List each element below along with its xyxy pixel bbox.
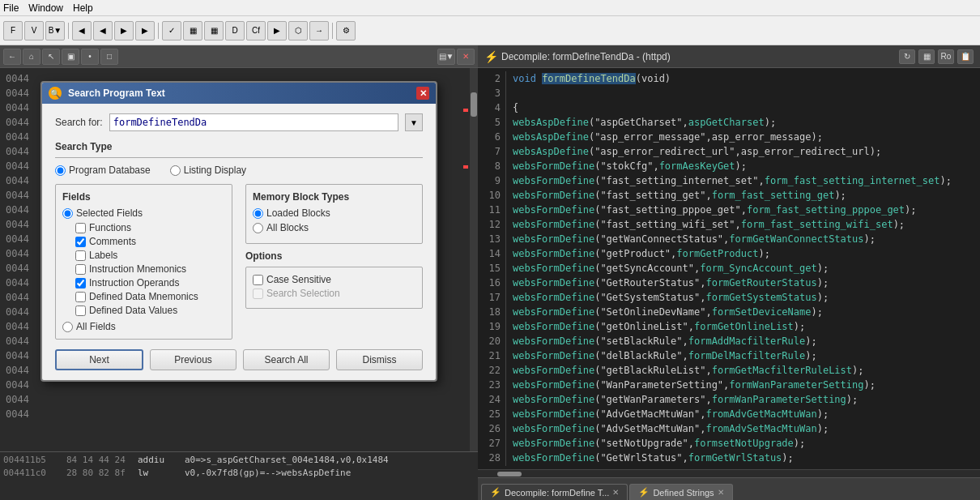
left-square-btn[interactable]: □: [100, 49, 118, 65]
toolbar-arr-btn[interactable]: →: [309, 21, 329, 41]
asm-area: 004411b5 84 14 44 24 addiu a0=>s_aspGetC…: [0, 451, 478, 500]
next-button[interactable]: Next: [55, 349, 143, 370]
cb-instr-operands-input[interactable]: [75, 278, 86, 288]
cb-case-sensitive-label: Case Sensitive: [266, 274, 331, 285]
asm-operands-2: v0,-0x7fd8(gp)=-->websAspDefine: [185, 467, 351, 480]
radio-loaded-input[interactable]: [253, 208, 263, 219]
cb-comments-label: Comments: [89, 236, 136, 247]
toolbar-sep-3: [332, 23, 333, 39]
right-topbar: ⚡ Decompile: formDefineTendDa - (httpd) …: [478, 45, 980, 68]
toolbar-cf-btn[interactable]: Cf: [246, 21, 266, 41]
left-cursor-btn[interactable]: ↖: [42, 49, 60, 65]
radio-program-db-label: Program Database: [69, 165, 151, 176]
memory-title: Memory Block Types: [253, 191, 415, 203]
cb-comments-input[interactable]: [75, 237, 86, 247]
left-scroll-thumb[interactable]: [471, 92, 477, 117]
dialog-body: Search for: ▼ Search Type Program Databa…: [42, 104, 436, 380]
cb-data-mnemonics-row: Defined Data Mnemonics: [75, 291, 225, 302]
radio-all-blocks-label: All Blocks: [266, 222, 309, 233]
asm-bytes-1: 84 14 44 24: [66, 454, 131, 467]
left-home-btn[interactable]: ⌂: [23, 49, 40, 65]
left-dot-btn[interactable]: •: [81, 49, 99, 65]
radio-program-db[interactable]: Program Database: [55, 165, 151, 176]
cb-comments-row: Comments: [75, 236, 225, 247]
dialog-title: Search Program Text: [68, 88, 416, 99]
dismiss-button[interactable]: Dismiss: [336, 349, 423, 370]
search-dropdown-btn[interactable]: ▼: [405, 113, 423, 131]
memory-section: Memory Block Types Loaded Blocks All Blo…: [245, 184, 423, 244]
right-label-btn[interactable]: Ro: [938, 49, 954, 64]
toolbar-v-btn[interactable]: V: [24, 21, 44, 41]
previous-button[interactable]: Previous: [150, 349, 236, 370]
search-all-button[interactable]: Search All: [243, 349, 330, 370]
cb-instr-mnemonics-label: Instruction Mnemonics: [89, 263, 186, 275]
radio-listing-input[interactable]: [170, 165, 181, 176]
search-input[interactable]: [109, 113, 398, 131]
toolbar-more-btn[interactable]: ⚙: [336, 21, 356, 41]
search-for-row: Search for: ▼: [55, 113, 423, 131]
search-type-radios: Program Database Listing Display: [55, 165, 423, 176]
search-for-label: Search for:: [55, 117, 103, 128]
right-refresh-btn[interactable]: ↻: [899, 49, 915, 64]
radio-all-fields-input[interactable]: [62, 322, 73, 332]
dialog-close-btn[interactable]: ✕: [416, 87, 429, 100]
options-box: Case Sensitive Search Selection: [245, 267, 423, 309]
radio-all-blocks-input[interactable]: [253, 223, 263, 233]
toolbar-fwd-btn[interactable]: ▶: [114, 21, 134, 41]
left-close-btn[interactable]: ✕: [457, 49, 475, 65]
search-dialog: 🔍 Search Program Text ✕ Search for: ▼ Se…: [40, 81, 437, 382]
radio-selected-fields-input[interactable]: [62, 208, 73, 219]
asm-bytes-2: 28 80 82 8f: [66, 467, 131, 480]
radio-program-db-input[interactable]: [55, 165, 66, 176]
cb-labels-input[interactable]: [75, 250, 86, 261]
toolbar-hex-btn[interactable]: ⬡: [288, 21, 308, 41]
options-section: Options Case Sensitive Search Selection: [245, 250, 423, 309]
left-select-btn[interactable]: ▣: [62, 49, 79, 65]
cb-functions-input[interactable]: [75, 223, 86, 233]
cb-data-values-row: Defined Data Values: [75, 305, 225, 316]
toolbar-back2-btn[interactable]: ◀: [93, 21, 113, 41]
left-view-btn[interactable]: ▤▼: [437, 49, 455, 65]
toolbar-d-btn[interactable]: D: [225, 21, 245, 41]
menu-help[interactable]: Help: [73, 2, 93, 14]
cb-instr-mnemonics-input[interactable]: [75, 264, 86, 275]
cb-instr-mnemonics-row: Instruction Mnemonics: [75, 263, 225, 275]
right-column: Memory Block Types Loaded Blocks All Blo…: [245, 184, 423, 340]
toolbar-play-btn[interactable]: ▶: [267, 21, 287, 41]
toolbar-check-btn[interactable]: ✓: [162, 21, 181, 41]
toolbar-f-btn[interactable]: F: [3, 21, 23, 41]
menu-file[interactable]: File: [3, 2, 19, 14]
left-scrollbar[interactable]: [470, 68, 478, 451]
asm-mnem-2: lw: [138, 467, 178, 480]
horiz-scroll-thumb[interactable]: [497, 472, 522, 476]
asm-mnem-1: addiu: [138, 454, 178, 467]
right-line-numbers: 2 3 4 5 6 7 8 9 10 11 12 13 14 15 16 17 …: [478, 71, 506, 466]
tab-strings[interactable]: ⚡ Defined Strings ✕: [629, 484, 732, 500]
toolbar-sep-1: [68, 23, 69, 39]
menu-window[interactable]: Window: [28, 2, 63, 14]
toolbar: F V B▼ ◀ ◀ ▶ ▶ ✓ ▦ ▦ D Cf ▶ ⬡ → ⚙: [0, 16, 980, 45]
toolbar-fwd2-btn[interactable]: ▶: [135, 21, 155, 41]
cb-functions-label: Functions: [89, 222, 131, 233]
right-copy-btn[interactable]: 📋: [957, 49, 974, 64]
radio-all-fields-label: All Fields: [76, 321, 116, 332]
radio-all-fields-row: All Fields: [62, 321, 225, 332]
toolbar-b-btn[interactable]: B▼: [45, 21, 65, 41]
cb-data-values-input[interactable]: [75, 306, 86, 316]
cb-case-sensitive-input[interactable]: [253, 275, 263, 285]
right-grid-btn[interactable]: ▦: [918, 49, 935, 64]
right-panel: ⚡ Decompile: formDefineTendDa - (httpd) …: [478, 45, 980, 500]
toolbar-back-btn[interactable]: ◀: [72, 21, 92, 41]
fields-section: Fields Selected Fields Functions Comment…: [55, 184, 232, 340]
left-arrow-btn[interactable]: ←: [3, 49, 21, 65]
radio-listing[interactable]: Listing Display: [170, 165, 246, 176]
cb-data-mnemonics-label: Defined Data Mnemonics: [89, 291, 198, 302]
toolbar-grid1-btn[interactable]: ▦: [183, 21, 202, 41]
tab-decompile[interactable]: ⚡ Decompile: formDefine T... ✕: [481, 484, 628, 500]
tab-close-1[interactable]: ✕: [612, 488, 619, 497]
cb-search-selection-input[interactable]: [253, 288, 263, 299]
cb-data-mnemonics-input[interactable]: [75, 292, 86, 302]
cb-labels-label: Labels: [89, 250, 117, 261]
toolbar-grid2-btn[interactable]: ▦: [204, 21, 224, 41]
tab-close-2[interactable]: ✕: [718, 488, 724, 497]
